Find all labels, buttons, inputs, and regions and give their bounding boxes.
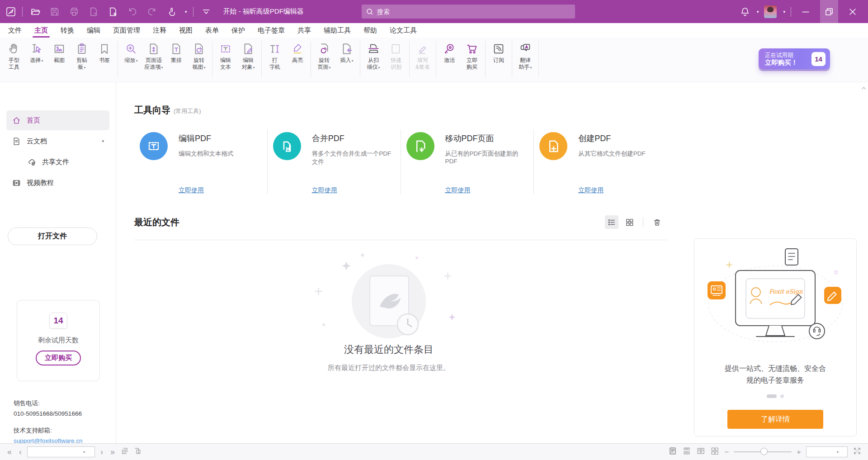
zoom-combo-caret-icon[interactable]: ▾ — [835, 450, 841, 454]
menu-home[interactable]: 主页 — [28, 23, 54, 38]
minimize-button[interactable] — [797, 0, 815, 23]
card-move-pdf-pages[interactable]: 移动PDF页面 从已有的PDF页面创建新的PDF 立即使用 — [401, 128, 534, 196]
fill-sign-button[interactable]: 填写 &签名 — [411, 39, 434, 71]
page-number-combo[interactable]: ▾ — [27, 446, 95, 457]
add-page-icon[interactable] — [106, 5, 120, 19]
menu-edit[interactable]: 编辑 — [80, 23, 107, 38]
search-box[interactable] — [362, 5, 575, 19]
sidebar-item-video-tutorials[interactable]: 视频教程 — [6, 173, 109, 193]
edit-text-button[interactable]: 编辑 文本 — [214, 39, 237, 71]
list-view-button[interactable] — [605, 215, 618, 229]
next-page-button[interactable]: › — [99, 448, 105, 456]
clipboard-button[interactable]: 剪贴 板▾ — [71, 39, 93, 71]
open-file-icon[interactable] — [28, 5, 42, 19]
trial-badge[interactable]: 正在试用期 立即购买！ 14 — [759, 48, 830, 69]
notifications-bell-icon[interactable] — [740, 6, 750, 17]
zoom-slider[interactable] — [734, 451, 792, 452]
carousel-dot-active[interactable] — [767, 394, 777, 398]
card-merge-pdf[interactable]: 合并PDF 将多个文件合并生成一个PDF文件 立即使用 — [268, 128, 401, 196]
sidebar-item-home[interactable]: 首页 — [6, 110, 109, 130]
rotate-view-button[interactable]: 旋转 视图▾ — [188, 39, 210, 71]
open-file-button[interactable]: 打开文件 — [8, 228, 97, 245]
menu-file[interactable]: 文件 — [2, 23, 28, 38]
single-page-view-button[interactable] — [668, 446, 677, 457]
use-now-link[interactable]: 立即使用 — [179, 186, 204, 194]
close-button[interactable] — [844, 0, 862, 23]
translate-assistant-button[interactable]: 翻译 助手▾ — [514, 39, 537, 71]
account-caret[interactable]: ▾ — [783, 9, 785, 14]
first-page-button[interactable]: « — [5, 448, 14, 456]
page-fit-button[interactable]: 页面适 应选项▾ — [142, 39, 165, 71]
highlight-button[interactable]: 高亮 — [286, 39, 309, 64]
use-now-link[interactable]: 立即使用 — [312, 186, 337, 194]
insert-button[interactable]: 插入▾ — [335, 39, 358, 64]
buy-now-pill-button[interactable]: 立即购买 — [36, 351, 81, 365]
continuous-facing-view-button[interactable] — [710, 446, 719, 457]
bookmark-button[interactable]: 书签 — [93, 39, 116, 64]
next-view-button[interactable] — [133, 446, 142, 457]
delete-page-icon[interactable] — [87, 5, 100, 19]
zoom-level-combo[interactable]: ▾ — [806, 446, 848, 457]
select-button[interactable]: 选择▾ — [25, 39, 48, 64]
zoom-out-button[interactable]: − — [724, 448, 729, 456]
rotate-pages-button[interactable]: 旋转 页面▾ — [313, 39, 335, 71]
snapshot-button[interactable]: 截图 — [48, 39, 71, 64]
activate-button[interactable]: 激活 — [438, 39, 461, 64]
card-create-pdf[interactable]: 创建PDF 从其它格式文件创建PDF 立即使用 — [534, 128, 667, 196]
zoom-level-input[interactable] — [807, 447, 835, 457]
user-avatar[interactable] — [764, 5, 777, 18]
touch-mode-caret[interactable]: ▾ — [185, 9, 187, 14]
subscribe-button[interactable]: 订阅 — [487, 39, 510, 64]
edit-object-button[interactable]: 编辑 对象▾ — [237, 39, 259, 71]
hand-tool-button[interactable]: 手型 工具 — [3, 39, 25, 71]
restore-button[interactable] — [820, 0, 838, 23]
menu-protect[interactable]: 保护 — [225, 23, 251, 38]
sidebar-item-cloud-docs[interactable]: 云文档 ▾ — [6, 131, 109, 151]
carousel-dot[interactable] — [780, 394, 784, 398]
save-icon[interactable] — [48, 5, 61, 19]
use-now-link[interactable]: 立即使用 — [578, 186, 604, 194]
zoom-slider-knob[interactable] — [760, 448, 768, 455]
notifications-caret[interactable]: ▾ — [757, 9, 759, 14]
previous-page-button[interactable]: ‹ — [17, 448, 24, 456]
use-now-link[interactable]: 立即使用 — [445, 186, 471, 194]
clear-recent-trash-button[interactable] — [650, 215, 664, 229]
reflow-button[interactable]: 重排 — [165, 39, 188, 64]
previous-view-button[interactable] — [120, 446, 129, 457]
typewriter-button[interactable]: 打 字机 — [264, 39, 286, 71]
zoom-in-button[interactable]: + — [797, 448, 801, 456]
page-number-input[interactable] — [28, 447, 81, 457]
search-input[interactable] — [377, 8, 571, 15]
redo-icon[interactable] — [145, 5, 159, 19]
quick-ocr-button[interactable]: OCR 快速 识别 — [385, 39, 407, 71]
facing-view-button[interactable] — [696, 446, 705, 457]
collapse-toolbar-icon[interactable] — [199, 5, 213, 19]
touch-mode-icon[interactable] — [165, 5, 178, 19]
menu-view[interactable]: 视图 — [173, 23, 199, 38]
scrollbar-up-icon[interactable] — [861, 84, 866, 92]
learn-more-button[interactable]: 了解详情 — [727, 410, 823, 429]
print-icon[interactable] — [67, 5, 81, 19]
carousel-dots[interactable] — [694, 394, 856, 398]
card-edit-pdf[interactable]: 编辑PDF 编辑文档和文本格式 立即使用 — [134, 128, 267, 196]
menu-accessibility[interactable]: 辅助工具 — [317, 23, 357, 38]
menu-paper-tools[interactable]: 论文工具 — [383, 23, 423, 38]
zoom-button[interactable]: 缩放▾ — [120, 39, 142, 64]
buy-now-button[interactable]: 立即 购买 — [461, 39, 483, 71]
continuous-view-button[interactable] — [682, 446, 691, 457]
sidebar-item-shared-files[interactable]: 共享文件 — [22, 152, 109, 172]
menu-page-management[interactable]: 页面管理 — [107, 23, 146, 38]
fullscreen-button[interactable] — [853, 446, 862, 457]
menu-comment[interactable]: 注释 — [146, 23, 173, 38]
from-scanner-button[interactable]: 从扫 描仪▾ — [362, 39, 385, 71]
undo-icon[interactable] — [126, 5, 139, 19]
last-page-button[interactable]: » — [108, 448, 117, 456]
menu-esign[interactable]: 电子签章 — [251, 23, 291, 38]
menu-form[interactable]: 表单 — [199, 23, 225, 38]
page-combo-caret-icon[interactable]: ▾ — [81, 450, 87, 454]
menu-convert[interactable]: 转换 — [54, 23, 80, 38]
grid-view-button[interactable] — [623, 215, 636, 229]
menu-share[interactable]: 共享 — [291, 23, 317, 38]
expand-caret-icon[interactable]: ▾ — [102, 139, 104, 143]
menu-help[interactable]: 帮助 — [357, 23, 383, 38]
